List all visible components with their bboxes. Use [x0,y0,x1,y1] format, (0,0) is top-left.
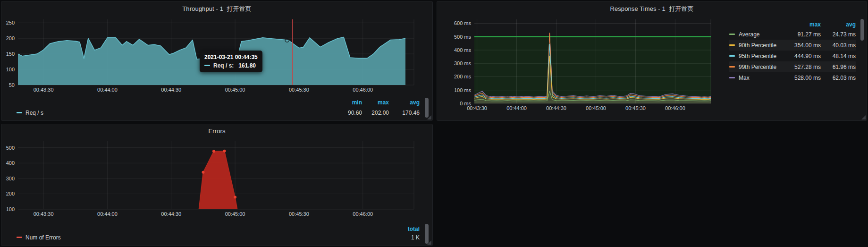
series-name[interactable]: Average [739,31,779,38]
tooltip-timestamp: 2021-03-21 00:44:35 [204,54,258,60]
panel-throughput: Throughput - 1_打开首页 2502001501005000:43:… [1,1,433,121]
legend-header-max[interactable]: max [779,21,821,28]
tooltip-value: 161.80 [238,62,256,69]
svg-text:00:44:00: 00:44:00 [506,105,527,111]
legend-max-value: 202.00 [362,110,389,116]
legend-row-average[interactable]: Average91.27 ms24.73 ms [729,29,856,40]
series-name[interactable]: 99th Percentile [739,64,779,70]
legend-stat-values: 90.60 202.00 170.46 [335,110,420,116]
series-color-dash [729,34,735,35]
series-name[interactable]: Max [739,75,779,81]
legend-max-value: 528.00 ms [779,75,821,81]
svg-text:200 ms: 200 ms [454,74,472,79]
legend-avg-value: 48.14 ms [821,53,856,60]
svg-text:50: 50 [9,82,15,88]
response-legend-rows: Average91.27 ms24.73 ms90th Percentile35… [729,29,856,83]
legend-max-value: 354.00 ms [779,42,821,49]
legend-scrollbar[interactable] [860,19,864,41]
svg-text:00:45:00: 00:45:00 [225,87,245,93]
svg-text:400 ms: 400 ms [454,47,472,53]
legend-row-90th-percentile[interactable]: 90th Percentile354.00 ms40.03 ms [729,40,856,51]
legend-row-max[interactable]: Max528.00 ms62.03 ms [729,72,856,83]
legend-scrollbar[interactable] [425,98,429,118]
svg-text:250: 250 [6,20,15,26]
tooltip-series-row: Req / s:161.80 [204,62,258,69]
panel-resize-handle[interactable] [861,115,866,119]
panel-response-times: Response Times - 1_打开首页 600 ms500 ms400 … [437,1,867,121]
response-legend-header: max avg [729,20,856,29]
svg-text:500 ms: 500 ms [454,34,472,40]
series-color-dash [729,66,735,68]
series-color-dash [729,44,735,46]
graph-tooltip: 2021-03-21 00:44:35 Req / s:161.80 [200,51,262,72]
tooltip-series-label: Req / s: [213,62,234,69]
svg-text:100 ms: 100 ms [454,87,472,93]
tooltip-series-dash [204,65,210,66]
legend-series-reqs[interactable]: Req / s [17,110,43,116]
legend-avg-value: 170.46 [389,110,420,116]
svg-text:00:46:00: 00:46:00 [353,87,373,93]
legend-header-avg[interactable]: avg [389,99,420,106]
legend-stat-values: 1 K [389,234,420,241]
series-name[interactable]: 90th Percentile [739,42,779,49]
series-name: Num of Errors [25,234,61,241]
dashboard: { "ui": { "header_link_color": "#33B5E5"… [0,0,868,247]
panel-resize-handle[interactable] [427,240,431,245]
series-color-dash [729,77,735,78]
legend-series-num-of-errors[interactable]: Num of Errors [17,234,61,241]
svg-text:00:45:00: 00:45:00 [225,211,245,217]
svg-text:100: 100 [6,67,15,72]
series-color-dash [17,112,22,113]
svg-text:00:45:00: 00:45:00 [586,105,606,111]
legend-avg-value: 61.96 ms [821,64,856,70]
svg-text:00:46:00: 00:46:00 [665,105,685,111]
legend-row-95th-percentile[interactable]: 95th Percentile444.90 ms48.14 ms [729,51,856,61]
svg-text:00:46:00: 00:46:00 [353,211,373,217]
legend-header-min[interactable]: min [335,99,362,106]
legend-max-value: 444.90 ms [779,53,821,60]
legend-avg-value: 62.03 ms [821,75,856,81]
svg-text:200: 200 [6,191,15,196]
response-legend-table: max avg Average91.27 ms24.73 ms90th Perc… [729,20,856,83]
svg-text:300: 300 [6,176,15,181]
svg-text:200: 200 [6,35,15,41]
svg-text:00:44:30: 00:44:30 [546,105,566,111]
legend-max-value: 527.28 ms [779,64,821,70]
series-name: Req / s [25,110,43,116]
panel-errors: Errors 50040030020010000:43:3000:44:0000… [1,124,433,246]
legend-max-value: 91.27 ms [779,31,821,38]
series-color-dash [17,237,22,238]
legend-total-value: 1 K [389,234,420,241]
svg-text:500: 500 [6,145,15,151]
legend-avg-value: 24.73 ms [821,31,856,38]
legend-header-avg[interactable]: avg [821,21,856,28]
svg-text:00:44:00: 00:44:00 [97,87,118,93]
svg-text:00:43:30: 00:43:30 [34,211,54,217]
legend-header-total[interactable]: total [389,226,420,232]
svg-text:00:45:30: 00:45:30 [289,87,309,93]
svg-text:400: 400 [6,160,15,166]
svg-text:150: 150 [6,51,15,57]
series-color-dash [729,55,735,57]
legend-min-value: 90.60 [335,110,362,116]
svg-text:00:43:30: 00:43:30 [34,87,54,93]
svg-text:00:45:30: 00:45:30 [625,105,646,111]
legend-header-max[interactable]: max [362,99,389,106]
legend-row-99th-percentile[interactable]: 99th Percentile527.28 ms61.96 ms [729,61,856,72]
svg-text:300 ms: 300 ms [454,60,472,66]
svg-text:100: 100 [6,206,15,212]
legend-stat-headers: min max avg [335,99,420,106]
legend-stat-headers: total [389,226,420,232]
svg-text:00:44:30: 00:44:30 [161,211,181,217]
svg-text:600 ms: 600 ms [454,20,472,26]
legend-avg-value: 40.03 ms [821,42,856,49]
errors-chart[interactable]: 50040030020010000:43:3000:44:0000:44:300… [1,124,432,246]
series-name[interactable]: 95th Percentile [739,53,779,60]
svg-text:00:43:30: 00:43:30 [467,105,487,111]
panel-resize-handle[interactable] [427,115,431,119]
svg-text:00:45:30: 00:45:30 [289,211,309,217]
svg-text:00:44:00: 00:44:00 [97,211,118,217]
svg-text:00:44:30: 00:44:30 [161,87,181,93]
